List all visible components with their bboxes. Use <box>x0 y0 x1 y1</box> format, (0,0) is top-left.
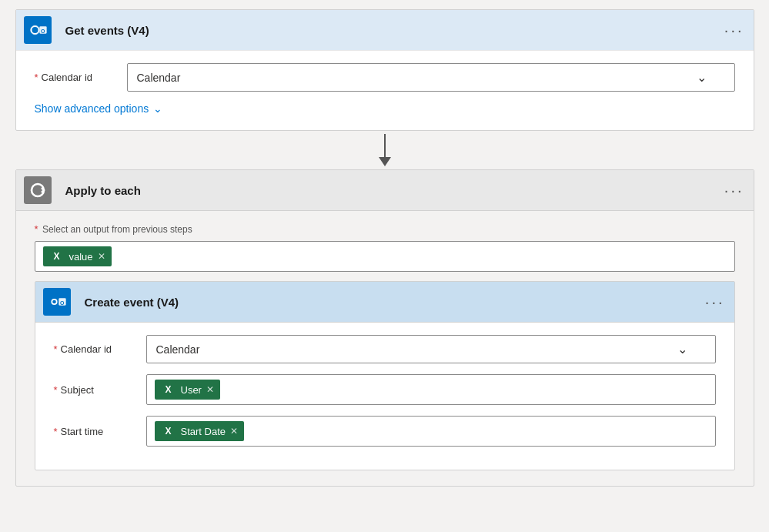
select-output-label: * Select an output from previous steps <box>35 223 735 235</box>
loop-icon <box>24 176 52 204</box>
create-calendar-id-control: Calendar ⌄ <box>146 335 716 363</box>
start-date-chip-close-button[interactable]: ✕ <box>230 426 238 437</box>
create-calendar-id-label: * Calendar id <box>54 343 146 355</box>
arrow-line <box>379 134 391 166</box>
svg-point-8 <box>52 300 56 304</box>
excel-start-date-chip-icon: X <box>161 423 176 439</box>
apply-to-each-header: Apply to each ··· <box>16 170 754 211</box>
output-token-field[interactable]: X value ✕ <box>35 241 735 272</box>
start-time-label: * Start time <box>54 426 146 437</box>
create-event-card: O Create event (V4) ··· * Calendar id <box>35 281 735 470</box>
create-event-outlook-icon: O <box>43 288 71 316</box>
value-chip-close-button[interactable]: ✕ <box>98 251 105 262</box>
create-calendar-dropdown-arrow-icon: ⌄ <box>677 342 687 356</box>
start-time-control: X Start Date ✕ <box>146 416 716 447</box>
apply-to-each-title: Apply to each <box>59 173 715 208</box>
get-events-header: O Get events (V4) ··· <box>16 10 754 51</box>
calendar-id-control: Calendar ⌄ <box>127 63 735 92</box>
excel-chip-icon: X <box>49 249 65 264</box>
subject-label: * Subject <box>54 384 146 396</box>
get-events-more-button[interactable]: ··· <box>715 22 754 39</box>
apply-icon-wrap <box>16 170 59 210</box>
get-events-body: * Calendar id Calendar ⌄ Show advanced o… <box>16 51 754 130</box>
svg-text:O: O <box>41 28 45 34</box>
start-date-chip: X Start Date ✕ <box>155 421 245 441</box>
calendar-required-star: * <box>35 72 38 83</box>
subject-control: X User ✕ <box>146 374 716 405</box>
user-chip: X User ✕ <box>155 380 220 400</box>
create-event-body: * Calendar id Calendar ⌄ <box>35 323 734 470</box>
arrow-head-icon <box>379 157 391 166</box>
outlook-icon: O <box>24 16 52 44</box>
start-time-token-field[interactable]: X Start Date ✕ <box>146 416 716 447</box>
subject-row: * Subject X User ✕ <box>54 374 716 405</box>
start-time-row: * Start time X Start Date ✕ <box>54 416 716 447</box>
create-event-icon-wrap: O <box>35 282 79 322</box>
create-event-title: Create event (V4) <box>79 285 696 320</box>
show-advanced-chevron-icon: ⌄ <box>153 102 162 115</box>
get-events-card: O Get events (V4) ··· * Calendar id Cale… <box>15 9 754 131</box>
svg-text:O: O <box>60 300 65 306</box>
apply-to-each-more-button[interactable]: ··· <box>715 182 754 199</box>
create-event-more-button[interactable]: ··· <box>696 293 734 311</box>
show-advanced-button[interactable]: Show advanced options ⌄ <box>35 102 735 115</box>
create-calendar-id-row: * Calendar id Calendar ⌄ <box>54 335 716 363</box>
apply-to-each-body: * Select an output from previous steps X… <box>16 211 754 486</box>
svg-point-3 <box>32 27 38 33</box>
apply-to-each-card: Apply to each ··· * Select an output fro… <box>15 169 754 487</box>
calendar-id-label: * Calendar id <box>35 72 127 83</box>
calendar-id-row: * Calendar id Calendar ⌄ <box>35 63 735 92</box>
excel-user-chip-icon: X <box>161 382 176 397</box>
arrow-shaft <box>384 134 386 157</box>
create-event-header: O Create event (V4) ··· <box>35 282 734 323</box>
arrow-connector <box>15 131 754 169</box>
subject-token-field[interactable]: X User ✕ <box>146 374 716 405</box>
user-chip-close-button[interactable]: ✕ <box>206 384 214 395</box>
calendar-dropdown-arrow-icon: ⌄ <box>697 70 707 85</box>
value-chip: X value ✕ <box>43 246 112 266</box>
get-events-icon-wrap: O <box>16 10 59 50</box>
get-events-title: Get events (V4) <box>59 13 715 48</box>
calendar-id-dropdown[interactable]: Calendar ⌄ <box>127 63 735 92</box>
create-calendar-id-dropdown[interactable]: Calendar ⌄ <box>146 335 716 363</box>
